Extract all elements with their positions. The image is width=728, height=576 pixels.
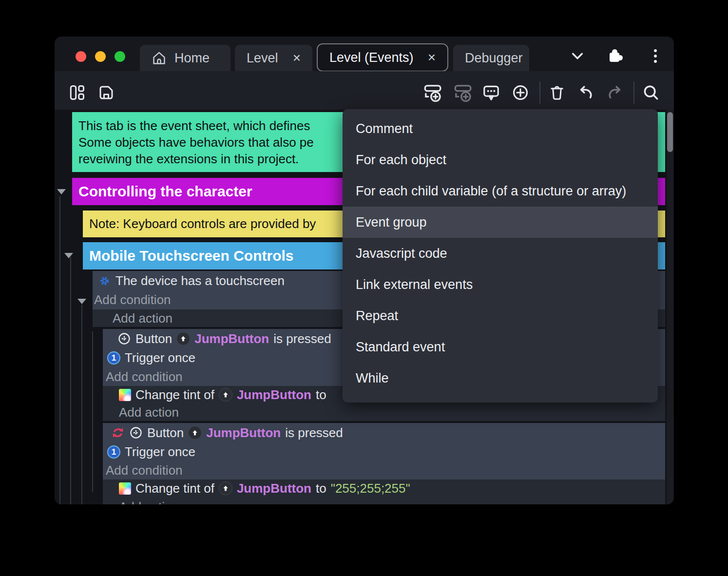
collapse-arrow-icon[interactable] xyxy=(77,299,86,304)
tab-debugger[interactable]: Debugger xyxy=(453,45,529,71)
action-change-tint-2[interactable]: Change tint of JumpButton to "255;255;25… xyxy=(103,480,665,497)
add-event-context-menu: Comment For each object For each child v… xyxy=(343,109,658,403)
add-action-link[interactable]: Add action xyxy=(113,311,172,326)
collapse-arrow-icon[interactable] xyxy=(64,253,73,258)
trigger-once-icon: 1 xyxy=(107,351,120,365)
gamepad-button-icon xyxy=(117,332,131,346)
app-window: Home Level × Level (Events) × Debugger xyxy=(55,37,674,504)
tab-home[interactable]: Home xyxy=(140,45,230,71)
object-name: Button xyxy=(147,425,184,441)
tab-level-label: Level xyxy=(247,51,278,66)
jumpbutton-object-icon xyxy=(176,332,190,346)
condition-text[interactable]: Trigger once xyxy=(125,350,195,365)
event-block-jumpbutton-2[interactable]: Button JumpButton is pressed 1 Trigger o… xyxy=(103,423,665,480)
collapse-arrow-icon[interactable] xyxy=(57,189,66,194)
toolbar xyxy=(55,71,674,110)
scrollbar-track[interactable] xyxy=(667,110,673,504)
add-event-icon[interactable] xyxy=(421,81,444,104)
tint-icon xyxy=(119,482,131,495)
indent-guide xyxy=(81,305,82,504)
condition-text[interactable]: Trigger once xyxy=(125,444,195,460)
gamepad-button-icon xyxy=(129,426,143,440)
jumpbutton-object-icon xyxy=(188,426,202,440)
group-title: Controlling the character xyxy=(78,183,252,200)
undo-icon[interactable] xyxy=(575,81,597,104)
indent-guide xyxy=(59,196,60,504)
action-value: "255;255;255" xyxy=(331,481,410,496)
add-condition-link[interactable]: Add condition xyxy=(94,292,171,307)
object-instance-name: JumpButton xyxy=(237,387,311,403)
menu-item-javascript-code[interactable]: Javascript code xyxy=(343,238,658,269)
condition-suffix: is pressed xyxy=(273,331,331,346)
jumpbutton-object-icon xyxy=(219,481,232,495)
chevron-down-icon[interactable] xyxy=(567,45,588,67)
menu-item-event-group[interactable]: Event group xyxy=(343,207,658,238)
tab-debugger-label: Debugger xyxy=(465,51,523,66)
add-action-row[interactable]: Add action xyxy=(103,497,665,504)
add-condition-link[interactable]: Add condition xyxy=(106,369,183,384)
menu-item-repeat[interactable]: Repeat xyxy=(343,300,658,331)
kebab-menu-icon[interactable] xyxy=(645,45,666,67)
delete-icon[interactable] xyxy=(546,81,568,104)
close-icon[interactable]: × xyxy=(293,50,301,66)
menu-item-link-external-events[interactable]: Link external events xyxy=(343,269,658,300)
action-text: to xyxy=(316,387,326,403)
home-icon xyxy=(152,51,167,66)
close-window-button[interactable] xyxy=(76,51,86,62)
trigger-once-icon: 1 xyxy=(107,445,120,459)
tint-icon xyxy=(119,389,131,401)
object-instance-name: JumpButton xyxy=(194,331,269,346)
minimize-window-button[interactable] xyxy=(95,51,106,62)
addons-puzzle-icon[interactable] xyxy=(605,45,626,67)
action-text: Change tint of xyxy=(135,481,214,496)
menu-item-comment[interactable]: Comment xyxy=(343,113,658,144)
add-action-link[interactable]: Add action xyxy=(119,405,179,420)
menu-item-for-each-object[interactable]: For each object xyxy=(343,144,658,175)
menu-item-standard-event[interactable]: Standard event xyxy=(343,331,658,363)
tab-level[interactable]: Level × xyxy=(235,45,312,71)
layout-panels-icon[interactable] xyxy=(66,81,88,104)
action-text: to xyxy=(316,481,326,496)
close-icon[interactable]: × xyxy=(428,50,436,65)
add-action-link[interactable]: Add action xyxy=(119,499,179,505)
redo-icon[interactable] xyxy=(604,81,626,104)
scrollbar-thumb[interactable] xyxy=(667,112,673,152)
toolbar-divider xyxy=(539,81,540,104)
condition-text[interactable]: The device has a touchscreen xyxy=(115,273,285,288)
search-icon[interactable] xyxy=(640,81,662,104)
indent-guide xyxy=(92,331,93,492)
gear-icon xyxy=(98,274,111,288)
add-subevent-icon[interactable] xyxy=(452,81,474,104)
menu-item-for-each-child-variable[interactable]: For each child variable (of a structure … xyxy=(343,175,658,207)
inverted-condition-icon xyxy=(111,426,125,440)
tab-level-events[interactable]: Level (Events) × xyxy=(317,43,448,72)
object-name: Button xyxy=(135,331,172,346)
tab-level-events-label: Level (Events) xyxy=(329,50,414,65)
menu-item-while[interactable]: While xyxy=(343,363,658,394)
save-icon[interactable] xyxy=(95,81,117,104)
object-instance-name: JumpButton xyxy=(206,425,281,441)
maximize-window-button[interactable] xyxy=(115,51,125,62)
note-text: Note: Keyboard controls are provided by xyxy=(89,216,316,231)
add-plus-icon[interactable] xyxy=(509,81,532,104)
object-instance-name: JumpButton xyxy=(237,481,311,496)
tab-home-label: Home xyxy=(174,51,210,66)
add-comment-icon[interactable] xyxy=(480,81,502,104)
toolbar-divider xyxy=(633,81,634,104)
action-text: Change tint of xyxy=(135,387,214,403)
indent-guide xyxy=(70,257,71,504)
add-condition-link[interactable]: Add condition xyxy=(106,463,183,478)
add-action-row[interactable]: Add action xyxy=(103,403,665,421)
jumpbutton-object-icon xyxy=(219,388,232,402)
group-title: Mobile Touchscreen Controls xyxy=(89,248,294,264)
condition-suffix: is pressed xyxy=(285,425,343,441)
